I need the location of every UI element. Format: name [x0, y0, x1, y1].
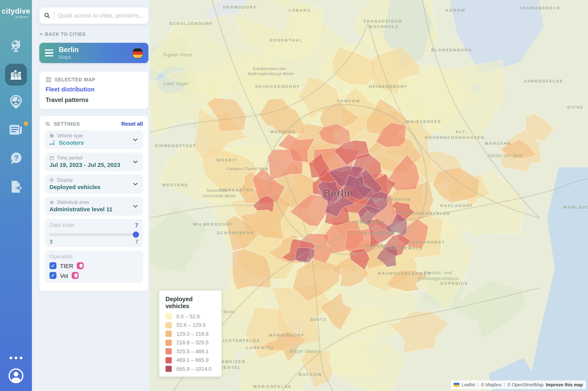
legend-row: 325.5 – 469.1 [165, 348, 215, 354]
city-header[interactable]: Berlin Maps [39, 43, 148, 63]
sidebar-item-vehicles[interactable] [9, 94, 23, 111]
reset-all-button[interactable]: Reset all [121, 121, 143, 127]
display-value: Deployed vehicles [49, 184, 101, 190]
map-option-fleet-distribution[interactable]: Fleet distribution [46, 86, 142, 93]
app-window: HERMSDORFLÜBARSKAROWSCHWANEBECKFRANZÖSIS… [0, 0, 588, 391]
slider-max: 7 [135, 238, 138, 245]
mapbox-link[interactable]: © Mapbox [481, 383, 502, 387]
data-scale-value: 7 [135, 222, 138, 228]
export-icon [9, 180, 22, 194]
voi-checkbox[interactable]: ✓ [49, 272, 56, 279]
tier-checkbox[interactable]: ✓ [49, 262, 56, 269]
legend-swatch [165, 313, 172, 319]
city-buildings-icon [9, 68, 22, 81]
globe-icon [8, 38, 23, 53]
osm-link[interactable]: © OpenStreetMap [507, 383, 544, 387]
news-icon [9, 124, 23, 137]
selected-map-header: SELECTED MAP [46, 77, 142, 83]
calendar-icon [49, 156, 54, 160]
app-logo: citydive by fluctuo [0, 0, 32, 19]
legend-range: 218.8 – 325.5 [176, 340, 209, 345]
icon-rail: citydive by fluctuo [0, 0, 32, 391]
hex-cluster-icon [49, 200, 54, 205]
chevron-left-icon: < [40, 31, 43, 37]
sidebar-item-cities[interactable] [5, 64, 27, 86]
legend-swatch [165, 366, 172, 372]
legend-swatch [165, 357, 172, 363]
field-label: Statistical area [57, 199, 89, 205]
legend-row: 129.0 – 218.8 [165, 331, 215, 337]
scooter-icon [49, 140, 56, 146]
svg-text:?: ? [14, 154, 19, 162]
operator-row-voi[interactable]: ✓ Voi [49, 272, 138, 279]
help-icon: ? [9, 151, 23, 165]
operator-name: Voi [60, 272, 68, 279]
notification-dot [24, 121, 28, 126]
sidebar-item-world[interactable] [8, 38, 23, 55]
city-subtitle: Maps [59, 54, 132, 60]
search-divider [54, 11, 54, 20]
chevron-down-icon [132, 137, 138, 143]
settings-header: SETTINGS [45, 121, 121, 127]
field-label: Display [57, 177, 73, 183]
improve-map-link[interactable]: Improve this map [546, 383, 583, 387]
logo-subtitle: by fluctuo [0, 15, 32, 19]
chevron-down-icon [132, 159, 138, 165]
vehicle-pin-icon [9, 94, 23, 110]
leaflet-link[interactable]: Leaflet [462, 383, 475, 387]
legend-swatch [165, 339, 172, 346]
settings-card: SETTINGS Reset all Vehicle type [39, 116, 148, 291]
sidebar-item-news[interactable] [9, 124, 23, 138]
sidebar-more[interactable] [9, 357, 22, 359]
vehicle-type-select[interactable]: Vehicle type Scooters [45, 130, 143, 149]
search-icon [44, 12, 50, 19]
field-label: Vehicle type [57, 133, 83, 138]
search-bar[interactable] [39, 7, 148, 24]
sidebar-account[interactable] [8, 368, 24, 386]
sidebar-item-export[interactable] [9, 180, 22, 195]
logo-title: citydive [0, 7, 32, 15]
data-scale-slider[interactable] [49, 231, 138, 238]
statistical-area-value: Administrative level 11 [49, 206, 113, 212]
city-title: Berlin [59, 46, 132, 53]
voi-logo-icon [72, 272, 79, 279]
search-input[interactable] [58, 12, 144, 19]
map-attribution: Leaflet | © Mapbox | © OpenStreetMap Imp… [450, 381, 586, 389]
legend-range: 52.6 – 129.0 [176, 322, 206, 328]
menu-icon[interactable] [45, 49, 53, 57]
operators-label: Operators [49, 254, 138, 260]
time-period-select[interactable]: Time period Jul 19, 2023 - Jul 25, 2023 [45, 153, 143, 171]
sidebar-item-help[interactable]: ? [9, 151, 23, 167]
slider-knob[interactable] [133, 231, 139, 238]
map-option-travel-patterns[interactable]: Travel patterns [46, 97, 142, 103]
legend-row: 0.0 – 52.6 [165, 313, 215, 319]
operator-name: TIER [60, 262, 73, 269]
operator-row-tier[interactable]: ✓ TIER [49, 262, 138, 269]
chevron-down-icon [132, 203, 138, 209]
tier-logo-icon [77, 262, 84, 269]
germany-flag-icon [132, 48, 143, 58]
legend-range: 469.1 – 665.9 [176, 357, 209, 363]
vehicle-type-value: Scooters [59, 139, 84, 146]
back-to-cities-link[interactable]: <BACK TO CITIES [40, 31, 86, 37]
statistical-area-select[interactable]: Statistical area Administrative level 11 [45, 197, 143, 215]
target-icon [49, 178, 54, 183]
map-icon [46, 77, 51, 83]
legend-row: 218.8 – 325.5 [165, 339, 215, 346]
selected-map-card: SELECTED MAP Fleet distribution Travel p… [39, 72, 148, 109]
data-scale-block: Data scale 7 3 7 [45, 219, 143, 247]
wheel-icon [49, 133, 54, 138]
legend-title: Deployed vehicles [165, 296, 215, 310]
legend-row: 52.6 – 129.0 [165, 322, 215, 328]
slider-track[interactable] [49, 233, 138, 236]
sliders-icon [45, 121, 51, 127]
legend-swatch [165, 322, 172, 328]
legend-swatch [165, 331, 172, 337]
display-select[interactable]: Display Deployed vehicles [45, 175, 143, 193]
more-dots-icon [9, 357, 12, 359]
legend-range: 325.5 – 469.1 [176, 348, 209, 354]
account-icon [8, 368, 24, 384]
field-label: Time period [57, 155, 82, 161]
side-panel: <BACK TO CITIES Berlin Maps SELECTED MAP… [32, 0, 150, 391]
legend-range: 129.0 – 218.8 [176, 331, 209, 337]
